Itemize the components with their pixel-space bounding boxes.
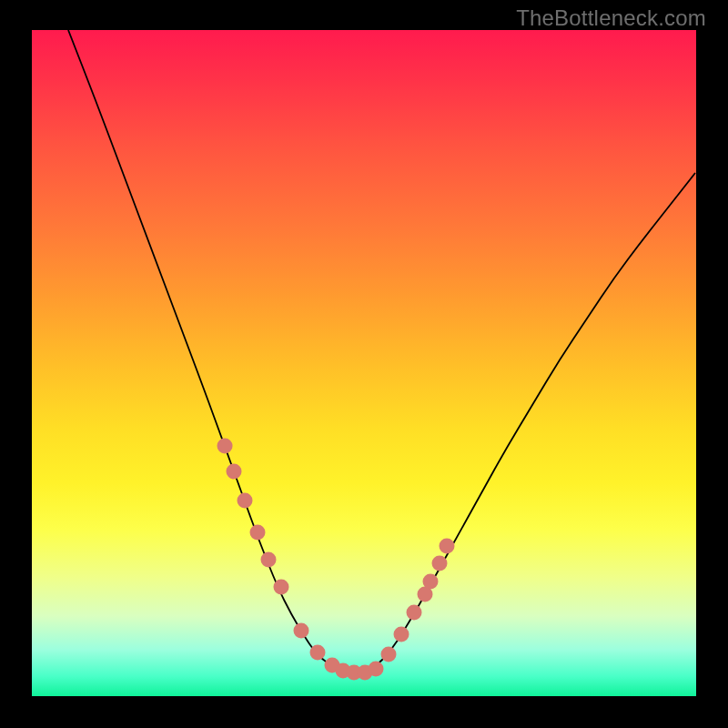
data-marker xyxy=(261,552,277,568)
data-marker xyxy=(227,464,242,480)
data-marker xyxy=(310,645,326,661)
data-marker xyxy=(432,556,448,571)
watermark-text: TheBottleneck.com xyxy=(516,5,706,31)
data-marker xyxy=(381,647,397,662)
chart-markers xyxy=(217,439,455,681)
data-marker xyxy=(294,623,309,639)
chart-frame: TheBottleneck.com xyxy=(0,0,728,728)
chart-overlay xyxy=(32,30,696,696)
data-marker xyxy=(423,574,439,590)
data-marker xyxy=(238,493,253,509)
data-marker xyxy=(369,662,384,677)
data-marker xyxy=(407,605,422,621)
chart-curve xyxy=(68,30,695,672)
data-marker xyxy=(250,525,266,541)
data-marker xyxy=(394,627,410,642)
data-marker xyxy=(217,439,233,454)
data-marker xyxy=(274,580,289,595)
data-marker xyxy=(440,539,455,554)
plot-area xyxy=(32,30,696,696)
